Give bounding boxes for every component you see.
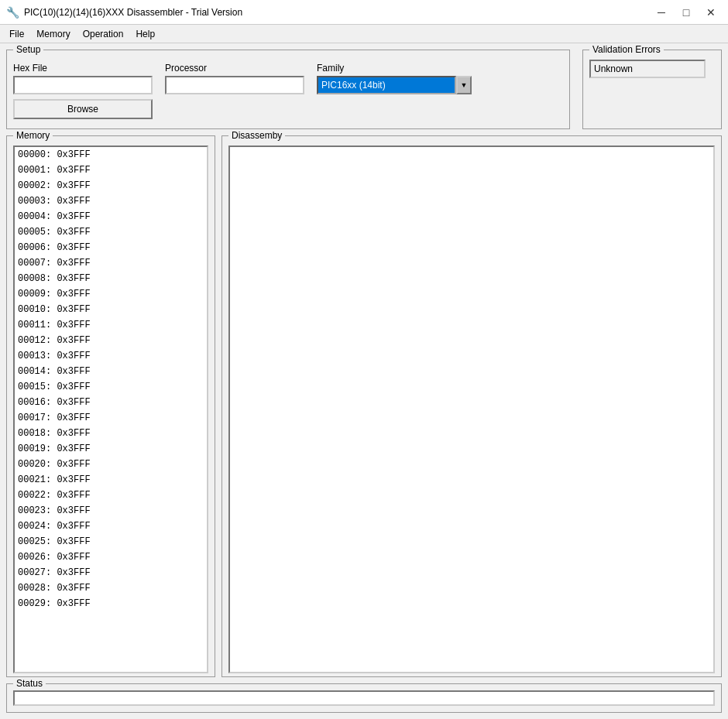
menu-bar: File Memory Operation Help <box>0 25 728 43</box>
memory-list-item: 00017: 0x3FFF <box>15 410 207 426</box>
memory-list-item: 00019: 0x3FFF <box>15 441 207 457</box>
hex-file-label: Hex File <box>13 63 153 74</box>
memory-list-item: 00014: 0x3FFF <box>15 364 207 379</box>
validation-group-label: Validation Errors <box>589 44 664 55</box>
setup-group: Setup Hex File Browse Processor Family <box>6 50 570 129</box>
memory-list-item: 00011: 0x3FFF <box>15 317 207 333</box>
memory-list-item: 00005: 0x3FFF <box>15 224 207 240</box>
title-bar: 🔧 PIC(10)(12)(14)(16)XXX Disassembler - … <box>0 0 728 25</box>
family-select-wrapper: PIC16xx (14bit) ▼ <box>317 76 472 94</box>
setup-validation-row: Setup Hex File Browse Processor Family <box>6 50 722 129</box>
memory-list-item: 00020: 0x3FFF <box>15 457 207 472</box>
memory-list-item: 00029: 0x3FFF <box>15 596 207 611</box>
memory-list-item: 00015: 0x3FFF <box>15 379 207 395</box>
app-title: PIC(10)(12)(14)(16)XXX Disassembler - Tr… <box>24 7 242 18</box>
hex-file-input[interactable] <box>13 76 153 94</box>
disassembly-content <box>228 146 715 673</box>
setup-group-label: Setup <box>13 44 43 55</box>
status-field <box>13 690 715 706</box>
memory-list-item: 00016: 0x3FFF <box>15 395 207 410</box>
memory-list-item: 00023: 0x3FFF <box>15 503 207 519</box>
memory-list-item: 00021: 0x3FFF <box>15 472 207 488</box>
memory-list-item: 00006: 0x3FFF <box>15 240 207 255</box>
menu-file[interactable]: File <box>3 27 30 41</box>
setup-fields: Hex File Browse Processor Family PIC16xx… <box>13 63 563 119</box>
status-group: Status <box>6 683 722 713</box>
app-icon: 🔧 <box>6 6 19 19</box>
title-bar-controls: ─ □ ✕ <box>651 5 722 20</box>
menu-help[interactable]: Help <box>129 27 161 41</box>
family-label: Family <box>317 63 472 74</box>
close-button[interactable]: ✕ <box>700 5 722 20</box>
validation-value: Unknown <box>589 60 706 78</box>
memory-list-item: 00025: 0x3FFF <box>15 534 207 550</box>
status-group-label: Status <box>13 678 46 689</box>
menu-memory[interactable]: Memory <box>30 27 76 41</box>
memory-list-item: 00007: 0x3FFF <box>15 255 207 271</box>
main-content: Setup Hex File Browse Processor Family <box>0 43 728 719</box>
family-dropdown-button[interactable]: ▼ <box>456 76 472 94</box>
memory-list-item: 00008: 0x3FFF <box>15 271 207 286</box>
processor-input[interactable] <box>165 76 304 94</box>
processor-label: Processor <box>165 63 304 74</box>
title-bar-left: 🔧 PIC(10)(12)(14)(16)XXX Disassembler - … <box>6 6 242 19</box>
menu-operation[interactable]: Operation <box>77 27 130 41</box>
hex-file-field-group: Hex File Browse <box>13 63 153 119</box>
memory-list-item: 00026: 0x3FFF <box>15 550 207 565</box>
memory-list-item: 00024: 0x3FFF <box>15 519 207 534</box>
family-selected-value[interactable]: PIC16xx (14bit) <box>317 76 456 94</box>
memory-list-item: 00013: 0x3FFF <box>15 348 207 364</box>
memory-list-item: 00010: 0x3FFF <box>15 302 207 317</box>
memory-list-item: 00018: 0x3FFF <box>15 426 207 441</box>
maximize-button[interactable]: □ <box>675 5 697 20</box>
memory-list-item: 00009: 0x3FFF <box>15 286 207 302</box>
memory-list-wrapper: 00000: 0x3FFF00001: 0x3FFF00002: 0x3FFF0… <box>13 146 208 673</box>
family-field-group: Family PIC16xx (14bit) ▼ <box>317 63 472 94</box>
memory-list-item: 00027: 0x3FFF <box>15 565 207 580</box>
middle-row: Memory 00000: 0x3FFF00001: 0x3FFF00002: … <box>6 135 722 677</box>
memory-list-item: 00004: 0x3FFF <box>15 209 207 224</box>
memory-group: Memory 00000: 0x3FFF00001: 0x3FFF00002: … <box>6 135 215 677</box>
processor-field-group: Processor <box>165 63 304 94</box>
disassembly-group: Disassemby <box>221 135 722 677</box>
minimize-button[interactable]: ─ <box>651 5 672 20</box>
memory-list-item: 00000: 0x3FFF <box>15 147 207 163</box>
memory-list-item: 00028: 0x3FFF <box>15 580 207 596</box>
validation-group: Validation Errors Unknown <box>582 50 722 129</box>
memory-group-label: Memory <box>13 130 53 141</box>
memory-list[interactable]: 00000: 0x3FFF00001: 0x3FFF00002: 0x3FFF0… <box>15 147 207 672</box>
disassembly-group-label: Disassemby <box>228 130 285 141</box>
memory-list-item: 00003: 0x3FFF <box>15 193 207 209</box>
memory-list-item: 00002: 0x3FFF <box>15 178 207 193</box>
memory-list-item: 00001: 0x3FFF <box>15 163 207 178</box>
browse-button[interactable]: Browse <box>13 99 153 119</box>
memory-list-item: 00012: 0x3FFF <box>15 333 207 348</box>
memory-list-item: 00022: 0x3FFF <box>15 488 207 503</box>
